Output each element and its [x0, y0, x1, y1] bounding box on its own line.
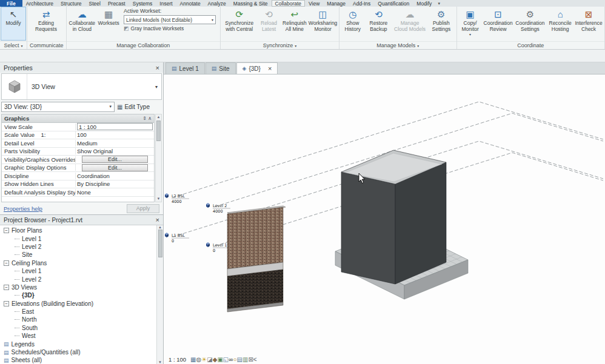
tree-item[interactable]: Level 2 [0, 275, 163, 283]
tab-view[interactable]: View [305, 0, 323, 7]
scrollbar-thumb[interactable] [156, 121, 161, 141]
panel-label-coordinate[interactable]: Coordinate [457, 41, 604, 49]
editing-requests-button[interactable]: ⇄Editing Requests [28, 7, 64, 40]
close-icon[interactable]: × [156, 216, 159, 223]
tab-modify[interactable]: Modify [413, 0, 435, 7]
visual-style-icon[interactable]: ◍ [196, 356, 202, 363]
close-icon[interactable]: × [156, 64, 159, 71]
close-icon[interactable]: × [268, 65, 272, 72]
tab-file[interactable]: File [0, 0, 22, 7]
collapse-icon[interactable]: − [4, 301, 9, 306]
tab-quantification[interactable]: Quantification [374, 0, 413, 7]
3d-viewport[interactable]: L2 BSL4000Level 24000L1 BSL0Level 10 [164, 74, 605, 364]
crop-view-icon[interactable]: ▣ [217, 356, 222, 363]
tree-item[interactable]: Level 1 [0, 267, 163, 275]
chevron-down-icon[interactable]: ▾ [152, 84, 161, 90]
reload-latest-button[interactable]: ⟲Reload Latest [256, 7, 281, 40]
worksharing-monitor-button[interactable]: ◫Worksharing Monitor [308, 7, 338, 40]
tab-systems[interactable]: Systems [129, 0, 156, 7]
scrollbar-thumb[interactable] [158, 230, 162, 257]
tree-item[interactable]: East [0, 308, 163, 316]
scroll-up-icon[interactable]: ▲ [157, 114, 161, 120]
gray-inactive-worksets-toggle[interactable]: ◩Gray Inactive Worksets [124, 25, 216, 31]
tree-item[interactable]: −3D Views [0, 283, 163, 291]
tree-item[interactable]: {3D} [0, 291, 163, 299]
tab-structure[interactable]: Structure [57, 0, 85, 7]
tab-extra-menu-icon[interactable]: ▾ [435, 0, 443, 7]
type-selector[interactable]: 3D View ▾ [1, 73, 162, 100]
more-icon[interactable]: < [253, 356, 257, 363]
constraints-icon[interactable]: ⊠ [248, 356, 253, 363]
tab-insert[interactable]: Insert [156, 0, 176, 7]
scroll-down-icon[interactable]: ▼ [158, 360, 162, 364]
browser-scrollbar[interactable]: ▲ ▼ [156, 225, 163, 364]
show-history-button[interactable]: ◷Show History [341, 7, 365, 40]
properties-scrollbar[interactable]: ▲ ▼ [155, 114, 162, 202]
wall-element[interactable] [227, 206, 286, 312]
show-crop-icon[interactable]: ◱ [223, 356, 229, 363]
tab-add-ins[interactable]: Add-Ins [349, 0, 374, 7]
tree-item[interactable]: −Ceiling Plans [0, 259, 163, 267]
edit-type-button[interactable]: ▦ Edit Type [116, 102, 162, 112]
tab-steel[interactable]: Steel [85, 0, 104, 7]
view-tab-site[interactable]: ▤Site [206, 62, 236, 74]
tree-item[interactable]: Level 2 [0, 243, 163, 251]
collapse-icon[interactable]: − [4, 285, 9, 290]
copy-monitor-button[interactable]: ▣Copy/ Monitor▾ [458, 7, 483, 40]
view-scale-control[interactable]: 1 : 100 [169, 356, 186, 363]
tree-item[interactable]: Site [0, 251, 163, 259]
relinquish-all-mine-button[interactable]: ↩Relinquish All Mine [281, 7, 308, 40]
panel-label-select[interactable]: Select▾ [0, 41, 27, 49]
tab-precast[interactable]: Precast [104, 0, 129, 7]
edit-button[interactable]: Edit... [82, 156, 148, 163]
manage-cloud-models-button[interactable]: ☁Manage Cloud Models [392, 7, 427, 40]
scroll-down-icon[interactable]: ▼ [157, 196, 161, 202]
apply-button[interactable]: Apply [127, 204, 159, 213]
tab-collaborate[interactable]: Collaborate [272, 0, 305, 7]
tree-item[interactable]: −Elevations (Building Elevation) [0, 300, 163, 308]
level-marker[interactable]: Level 24000 [206, 203, 230, 214]
tree-item[interactable]: ▤Sheets (all) [0, 356, 163, 364]
tab-analyze[interactable]: Analyze [204, 0, 230, 7]
panel-label-manage-models[interactable]: Manage Models▾ [339, 41, 456, 49]
collapse-section-icon[interactable]: ⇕ ∧ [142, 116, 152, 121]
shadows-icon[interactable]: ◪ [207, 356, 212, 363]
tab-architecture[interactable]: Architecture [22, 0, 57, 7]
synchronize-with-central-button[interactable]: ⟳Synchronize with Central [222, 7, 256, 40]
active-workset-dropdown[interactable]: Linked Models (Not Editable)▾ [124, 15, 216, 24]
worksets-button[interactable]: ▦Worksets [96, 7, 121, 40]
panel-label-synchronize[interactable]: Synchronize▾ [221, 41, 339, 49]
sun-path-icon[interactable]: ☀ [201, 356, 207, 363]
scroll-up-icon[interactable]: ▲ [158, 225, 162, 229]
properties-title-bar[interactable]: Properties × [0, 62, 163, 73]
collapse-icon[interactable]: − [4, 228, 9, 233]
modify-button[interactable]: ↖Modify [1, 7, 25, 40]
detail-level-icon[interactable]: ▦ [190, 356, 196, 363]
interference-check-button[interactable]: ⊠Interference Check [574, 7, 603, 40]
level-marker[interactable]: Level 10 [206, 242, 230, 253]
collapse-icon[interactable]: − [4, 260, 9, 266]
edit-button[interactable]: Edit... [82, 164, 148, 171]
properties-help-link[interactable]: Properties help [4, 205, 42, 212]
property-value-input[interactable]: 1 : 100 [77, 123, 153, 130]
tab-massing-site[interactable]: Massing & Site [230, 0, 272, 7]
tree-item[interactable]: Level 1 [0, 234, 163, 242]
tree-item[interactable]: ▤Legends [0, 340, 163, 348]
tab-annotate[interactable]: Annotate [176, 0, 204, 7]
level-marker[interactable]: L2 BSL4000 [165, 193, 189, 204]
coordination-review-button[interactable]: ⊡Coordination Review [483, 7, 514, 40]
tree-item[interactable]: North [0, 316, 163, 323]
temporary-view-properties-icon[interactable]: ▤ [236, 356, 242, 363]
tab-manage[interactable]: Manage [323, 0, 349, 7]
reconcile-hosting-button[interactable]: ⌂Reconcile Hosting [546, 7, 574, 40]
collaborate-in-cloud-button[interactable]: ☁Collaborate in Cloud [68, 7, 96, 40]
coordination-settings-button[interactable]: ⚙Coordination Settings [514, 7, 547, 40]
tree-item[interactable]: West [0, 332, 163, 340]
view-tab--3d-[interactable]: ◈{3D}× [236, 62, 278, 74]
graphics-section-header[interactable]: Graphics ⇕ ∧ [2, 114, 154, 123]
project-browser-title-bar[interactable]: Project Browser - Project1.rvt × [0, 215, 163, 225]
restore-backup-button[interactable]: ⟲Restore Backup [365, 7, 392, 40]
level-marker[interactable]: L1 BSL0 [165, 233, 189, 243]
view-tab-level-1[interactable]: ▤Level 1 [165, 62, 205, 74]
publish-settings-button[interactable]: ⚙Publish Settings [427, 7, 455, 40]
